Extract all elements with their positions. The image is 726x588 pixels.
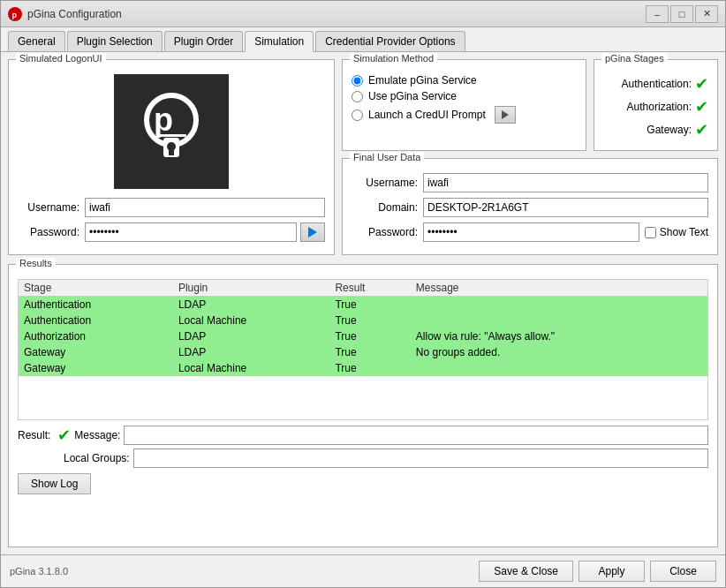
simulation-method-title: Simulation Method [350,53,437,64]
cell-plugin: LDAP [173,328,330,344]
final-username-row: Username: [352,173,708,192]
close-footer-button[interactable]: Close [650,561,716,582]
result-row: Result: ✔ Message: [18,426,708,445]
top-panels-row: Simulated LogonUI p Usern [8,59,718,255]
svg-text:p: p [154,102,173,138]
method-stages-row: Simulation Method Emulate pGina Service … [342,59,718,151]
result-checkmark: ✔ [57,426,71,445]
window-title: pGina Configuration [27,8,122,20]
table-row: GatewayLDAPTrueNo groups added. [19,344,707,360]
simulation-method-panel: Simulation Method Emulate pGina Service … [342,59,586,151]
authz-stage-label: Authorization: [603,101,692,113]
auth-stage-row: Authentication: ✔ [603,74,708,94]
results-table-container[interactable]: Stage Plugin Result Message Authenticati… [18,279,708,420]
password-label: Password: [18,226,79,238]
footer-buttons: Save & Close Apply Close [479,561,716,582]
main-window: p pGina Configuration – □ ✕ General Plug… [0,0,726,588]
cell-message [411,360,707,376]
gateway-stage-row: Gateway: ✔ [603,120,708,139]
radio-emulate: Emulate pGina Service [352,74,577,87]
minimize-button[interactable]: – [646,5,669,23]
cell-message [411,313,707,328]
titlebar: p pGina Configuration – □ ✕ [1,1,725,27]
gateway-checkmark: ✔ [695,120,708,139]
close-button[interactable]: ✕ [695,5,718,23]
simulate-button[interactable] [300,222,325,242]
username-row: Username: [18,198,325,217]
local-groups-row: Local Groups: [18,449,708,468]
col-message: Message [411,280,707,297]
radio-group: Emulate pGina Service Use pGina Service … [352,74,577,124]
col-plugin: Plugin [173,280,330,297]
maximize-button[interactable]: □ [670,5,693,23]
results-header-row: Stage Plugin Result Message [19,280,707,297]
radio-emulate-input[interactable] [352,75,363,87]
tab-simulation[interactable]: Simulation [245,31,314,52]
results-title: Results [16,258,56,268]
tab-bar: General Plugin Selection Plugin Order Si… [1,27,725,52]
simulated-logonui-panel: Simulated LogonUI p Usern [8,59,335,255]
cell-stage: Authentication [19,297,173,313]
version-label: pGina 3.1.8.0 [10,566,68,577]
cell-plugin: LDAP [173,344,330,360]
username-input[interactable] [85,198,325,217]
password-row: Password: [18,222,325,242]
radio-credui-input[interactable] [352,109,363,121]
launch-credui-button[interactable] [495,106,516,124]
table-row: GatewayLocal MachineTrue [19,360,707,376]
show-log-row: Show Log [18,468,708,494]
radio-use-pgina-input[interactable] [352,91,363,102]
svg-rect-8 [156,134,186,137]
results-panel: Results Stage Plugin Result Message [8,264,718,547]
final-username-input[interactable] [423,173,708,192]
save-close-button[interactable]: Save & Close [479,561,573,582]
tab-general[interactable]: General [8,31,65,51]
table-row: AuthorizationLDAPTrueAllow via rule: "Al… [19,328,707,344]
message-input[interactable] [124,426,708,445]
show-text-label: Show Text [660,226,708,238]
show-text-checkbox[interactable] [645,227,656,238]
local-groups-input[interactable] [133,449,708,468]
auth-stage-label: Authentication: [603,78,692,90]
cell-stage: Authentication [19,313,173,328]
col-stage: Stage [19,280,173,297]
titlebar-left: p pGina Configuration [8,7,122,21]
pgina-stages-title: pGina Stages [601,53,668,64]
launch-icon [502,110,509,119]
authz-checkmark: ✔ [695,97,708,117]
radio-credui: Launch a CredUI Prompt [352,106,577,124]
apply-button[interactable]: Apply [579,561,645,582]
cell-result: True [329,360,410,376]
final-domain-label: Domain: [352,201,418,214]
final-user-data-title: Final User Data [350,152,424,162]
main-content: Simulated LogonUI p Usern [1,52,725,554]
pgina-stages-panel: pGina Stages Authentication: ✔ Authoriza… [594,59,718,151]
cell-message: Allow via rule: "Always allow." [411,328,707,344]
tab-plugin-order[interactable]: Plugin Order [164,31,243,51]
show-log-button[interactable]: Show Log [18,473,91,494]
final-domain-row: Domain: [352,198,708,217]
cell-plugin: Local Machine [173,360,330,376]
auth-checkmark: ✔ [695,74,708,94]
radio-emulate-label: Emulate pGina Service [368,74,477,87]
result-label: Result: [18,429,50,441]
final-password-label: Password: [352,226,418,238]
cell-result: True [329,328,410,344]
final-user-data-panel: Final User Data Username: Domain: Passwo… [342,158,718,255]
radio-credui-label: Launch a CredUI Prompt [368,109,486,121]
final-password-input[interactable] [423,222,639,242]
radio-use-pgina-label: Use pGina Service [368,90,457,102]
tab-credential-provider[interactable]: Credential Provider Options [315,31,465,51]
final-domain-input[interactable] [423,198,708,217]
gateway-stage-label: Gateway: [603,124,692,136]
password-input[interactable] [85,222,297,242]
simulated-logonui-title: Simulated LogonUI [16,53,106,64]
right-column: Simulation Method Emulate pGina Service … [342,59,718,255]
table-row: AuthenticationLocal MachineTrue [19,313,707,328]
tab-plugin-selection[interactable]: Plugin Selection [67,31,163,51]
cell-message: No groups added. [411,344,707,360]
logon-image: p [114,74,229,189]
play-icon [308,227,317,237]
svg-text:p: p [12,11,18,19]
authz-stage-row: Authorization: ✔ [603,97,708,117]
